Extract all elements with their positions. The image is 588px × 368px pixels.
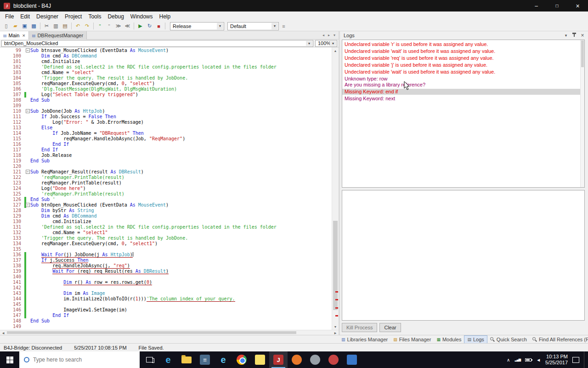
code-text[interactable]: Wait For(j) JobDone(j As HttpJob) [30, 252, 332, 258]
code-text[interactable]: 'Defined as sql.select2 in the RDC file … [30, 224, 332, 230]
menu-edit[interactable]: Edit [17, 12, 33, 21]
taskbar-app-chrome[interactable] [232, 351, 251, 368]
stop-icon[interactable]: ■ [154, 22, 163, 30]
fold-collapse-icon[interactable] [26, 203, 30, 207]
taskbar-app-firefox[interactable] [288, 351, 306, 368]
close-tab-icon[interactable] [21, 33, 25, 38]
code-text[interactable]: End If [30, 313, 332, 318]
code-text[interactable]: im.Initialize2(blobToIO(r(1)))'The colum… [30, 296, 332, 302]
close-icon[interactable] [567, 0, 588, 12]
code-text[interactable]: Dim cmd As DBCommand [30, 53, 332, 59]
cut-icon[interactable]: ✂ [42, 22, 51, 30]
taskbar-app-app-blue[interactable] [343, 351, 361, 368]
logs-scroll-thumb[interactable] [581, 40, 584, 67]
log-entry[interactable]: Undeclared variable 'req' is used before… [342, 55, 584, 61]
task-view-button[interactable] [140, 351, 159, 368]
fold-collapse-icon[interactable] [26, 170, 30, 174]
paste-icon[interactable]: ▤ [61, 22, 69, 30]
tab-dbrequestmanager[interactable]: ▤DBRequestManager [29, 31, 87, 40]
kill-process-button[interactable]: Kill Process [342, 323, 377, 332]
code-text[interactable]: reqManager.ExecuteQuery(cmd, 0, "select1… [30, 241, 332, 247]
tray-expand-icon[interactable]: ∧ [507, 357, 510, 362]
build-configuration-dropdown[interactable]: Default [227, 22, 279, 30]
code-text[interactable] [30, 103, 332, 109]
save-icon[interactable]: ▣ [20, 22, 29, 30]
code-text[interactable]: cmd.Name = "select1" [30, 230, 332, 236]
log-entry[interactable]: Missing Keyword: end if [342, 89, 584, 95]
code-text[interactable] [30, 285, 332, 291]
minimize-icon[interactable] [526, 0, 547, 12]
menu-debug[interactable]: Debug [104, 12, 127, 21]
code-text[interactable] [30, 302, 332, 307]
run-icon[interactable]: ▶ [136, 22, 145, 30]
code-text[interactable]: Dim im As Image [30, 291, 332, 296]
taskbar-app-file-explorer[interactable] [177, 351, 196, 368]
save-all-icon[interactable]: ▩ [29, 22, 38, 30]
code-text[interactable]: 'reqManager.PrintTable(result) [30, 191, 332, 197]
taskbar-search[interactable] [19, 351, 140, 368]
taskbar-app-internet-explorer[interactable]: e [214, 351, 232, 368]
bottom-tab-quick-search[interactable]: Quick Search [487, 335, 530, 344]
copy-icon[interactable]: ▥ [51, 22, 60, 30]
scroll-track[interactable] [332, 54, 339, 323]
bottom-tab-find-all-references-f7-[interactable]: Find All References (F7) [530, 335, 588, 344]
code-text[interactable] [30, 164, 332, 169]
logs-scrollbar[interactable] [580, 40, 584, 187]
taskbar-app-sticky-notes[interactable] [251, 351, 269, 368]
hscroll-thumb[interactable] [7, 331, 296, 334]
menu-windows[interactable]: Windows [127, 12, 156, 21]
code-text[interactable]: Sub btnsave_MouseClicked (EventData As M… [30, 48, 332, 53]
filter-icon[interactable]: ≡ [279, 22, 288, 30]
comment-icon[interactable]: '' [96, 22, 104, 30]
code-text[interactable]: End Sub [30, 98, 332, 103]
scroll-up-icon[interactable] [332, 47, 339, 54]
bottom-tab-logs[interactable]: ▤Logs [464, 335, 487, 344]
code-text[interactable]: Else [30, 125, 332, 131]
code-text[interactable]: Log("Select Table Query triggered") [30, 92, 332, 98]
clear-button[interactable]: Clear [379, 323, 401, 332]
code-text[interactable]: 'Trigger the query. The result is handle… [30, 75, 332, 81]
code-text[interactable]: 'reqManager.PrintTable(result) [30, 175, 332, 180]
action-center-icon[interactable] [572, 357, 579, 363]
code-text[interactable]: Wait For (req) req_Result(res As DBResul… [30, 269, 332, 274]
menu-help[interactable]: Help [156, 12, 174, 21]
compile-icon[interactable]: ↻ [145, 22, 154, 30]
bottom-tab-libraries-manager[interactable]: ▥Libraries Manager [339, 335, 390, 344]
log-entry[interactable]: Undeclared variable 'wait' is used befor… [342, 69, 584, 75]
code-text[interactable]: reqManager.PrintTable(result) [30, 180, 332, 186]
tab-main[interactable]: ▤Main [0, 31, 29, 40]
maximize-icon[interactable] [547, 0, 567, 12]
release-dropdown[interactable]: Release [170, 22, 224, 30]
search-input[interactable] [33, 356, 120, 363]
vertical-scrollbar[interactable] [332, 47, 339, 330]
error-marker[interactable] [335, 315, 338, 316]
code-text[interactable]: cmd.Initialize [30, 59, 332, 64]
start-button[interactable] [0, 351, 19, 368]
code-text[interactable]: End Sub ' [30, 197, 332, 202]
log-entry[interactable]: Unknown type: rowAre you missing a libra… [342, 76, 584, 88]
error-marker[interactable] [335, 307, 338, 309]
error-marker[interactable] [335, 299, 338, 300]
scroll-down-icon[interactable] [332, 323, 339, 330]
log-entry[interactable]: Missing Keyword: next [342, 96, 584, 102]
redo-icon[interactable]: ↷ [83, 22, 91, 30]
fold-collapse-icon[interactable] [26, 48, 30, 52]
code-text[interactable]: If Job.JobName = "DBRequest" Then [30, 131, 332, 136]
new-file-icon[interactable]: ▯ [2, 22, 11, 30]
code-text[interactable]: ImageView1.SetImage(im) [30, 307, 332, 313]
code-text[interactable]: Log("Error: " & Job.ErrorMessage) [30, 120, 332, 125]
code-text[interactable] [30, 324, 332, 329]
code-text[interactable]: req.HandleJobAsync(j, "req") [30, 263, 332, 269]
close-panel-icon[interactable] [580, 32, 585, 39]
code-text[interactable]: Dim cmd As DBCommand [30, 213, 332, 219]
code-text[interactable]: Sub btnOpen_MouseClicked (EventData As M… [30, 202, 332, 208]
menu-designer[interactable]: Designer [33, 12, 62, 21]
log-entry[interactable]: Undeclared variable 'j' is used before i… [342, 62, 584, 68]
uncomment-icon[interactable]: '' [105, 22, 113, 30]
battery-icon[interactable] [525, 358, 531, 362]
log-entry[interactable]: Undeclared variable 'r' is used before i… [342, 41, 584, 47]
outdent-icon[interactable]: ≪ [123, 22, 132, 30]
taskbar-app-app-red[interactable] [324, 351, 343, 368]
code-text[interactable]: Dim byStr As String [30, 208, 332, 213]
sub-selector-dropdown[interactable]: btnOpen_MouseClicked [1, 40, 313, 47]
